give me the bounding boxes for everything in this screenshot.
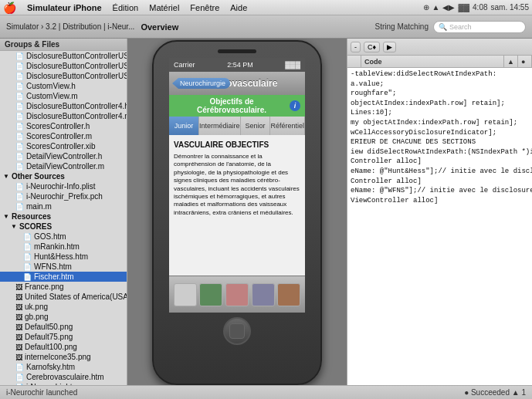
iphone-status-bar: Carrier 2:54 PM ▓▓▓ (169, 58, 305, 72)
list-item[interactable]: 📄DisclosureButtonController4.h (0, 101, 127, 111)
file-icon: 📄 (15, 83, 24, 90)
triangle-icon: ▼ (11, 223, 17, 230)
tab-icon-2[interactable] (199, 283, 222, 306)
list-item[interactable]: 📄main.m (0, 201, 127, 211)
list-item[interactable]: 🖼interneIcone35.png (0, 352, 127, 362)
code-area: -tableView:didSelectRowAtIndexPath: a.va… (347, 68, 532, 385)
list-item[interactable]: 📄DisclosureButtonControllerUS3.h (0, 61, 127, 71)
menu-simulator[interactable]: Simulateur iPhone (22, 2, 107, 13)
list-item[interactable]: 📄DetailViewController.h (0, 151, 127, 161)
list-item[interactable]: 📄mRankin.htm (0, 242, 127, 252)
iphone-back-button[interactable]: Neurochirurgie (172, 78, 230, 89)
list-item[interactable]: 🖼United States of America(USA).png (0, 292, 127, 302)
battery-icon: ▓▓ (458, 3, 469, 12)
list-item[interactable]: 📄Cerebrovasculaire.htm (0, 372, 127, 382)
list-item[interactable]: 📄ScoresController.m (0, 131, 127, 141)
list-item[interactable]: 📄i-Neurochir_Prefix.pch (0, 191, 127, 201)
list-item[interactable]: 🖼France.png (0, 282, 127, 292)
list-item[interactable]: 🖼gb.png (0, 312, 127, 322)
carrier-label: Carrier (174, 61, 195, 69)
list-item[interactable]: 📄CustomView.h (0, 81, 127, 91)
right-panel: - C♦ ▶ Code ▲ ● -tableView:didSelectRowA… (347, 39, 532, 385)
overview-label: Overview (141, 22, 178, 32)
toolbar-right: String Matching 🔍 Search (375, 21, 526, 33)
tab-senior[interactable]: Senior (241, 117, 271, 135)
file-icon: 📄 (15, 163, 24, 171)
list-item[interactable]: 📄Karnofsky.htm (0, 362, 127, 372)
list-item[interactable]: 🖼Default75.png (0, 332, 127, 342)
tab-icon-4[interactable] (252, 283, 275, 306)
list-item[interactable]: 🖼Default100.png (0, 342, 127, 352)
file-icon: 📄 (15, 193, 24, 201)
file-icon: 🖼 (15, 353, 22, 361)
code-line: objectAtIndex:indexPath.row] retain]; (351, 99, 529, 109)
file-icon: 🖼 (15, 333, 22, 341)
search-icon: 🔍 (439, 23, 447, 31)
list-item[interactable]: 📄DisclosureButtonController4.m (0, 111, 127, 121)
tab-icon-3[interactable] (225, 283, 249, 306)
info-icon[interactable]: i (290, 100, 300, 111)
menu-aide[interactable]: Aide (225, 2, 252, 13)
content-body: Démontrer la connaissance et la compréhe… (174, 153, 300, 217)
list-item[interactable]: 📄DisclosureButtonControllerUS3.m (0, 71, 127, 81)
play-button[interactable]: ▶ (383, 42, 396, 52)
code-line: my objectAtIndex:indexPath.row] retain]; (351, 118, 529, 128)
menu-bar: 🍎 Simulateur iPhone Édition Matériel Fen… (0, 0, 532, 15)
tab-icon-1[interactable] (174, 283, 197, 306)
list-item[interactable]: 🖼uk.png (0, 302, 127, 312)
iphone-green-bar: Objectifs de Cérébrovasculaire. i (169, 95, 305, 117)
status-left: i-Neurochir launched (6, 388, 77, 397)
search-input[interactable]: 🔍 Search (433, 21, 526, 33)
tab-referentiel[interactable]: Référentiel (270, 117, 305, 135)
code-line: iew didSelectRowAtIndexPath:(NSIndexPath… (351, 147, 529, 157)
file-icon: 📄 (15, 103, 24, 110)
file-icon: 📄 (23, 243, 32, 251)
home-button[interactable] (223, 317, 251, 345)
tab-intermediaire[interactable]: Intermédiaire (199, 117, 241, 135)
sidebar: Groups & Files 📄DisclosureButtonControll… (0, 39, 127, 385)
menubar-right: ⊕ ▲ ◀▶ ▓▓ 4:08 sam. 14:55 (423, 3, 529, 12)
apple-menu[interactable]: 🍎 (3, 2, 16, 14)
code-line: eName: @"WFNS"];// initie avec le disclo… (351, 186, 529, 196)
file-icon: 📄 (15, 133, 24, 140)
triangle-icon: ▼ (3, 173, 9, 180)
sidebar-group-scores[interactable]: ▼ SCORES (0, 221, 127, 232)
tab-icon-5[interactable] (277, 283, 300, 306)
col-header-1 (347, 56, 361, 67)
iphone-device: Carrier 2:54 PM ▓▓▓ Neurochirurgie Céréb… (152, 40, 322, 385)
main-area: Simulator › 3.2 | Distribution | i-Neur.… (0, 15, 532, 399)
code-line: eName: @"Hunt&Hess"];// initie avec le d… (351, 167, 529, 177)
col-header-dot[interactable]: ● (518, 56, 532, 67)
home-button-inner (229, 323, 245, 339)
code-line: Lines:10]; (351, 108, 529, 118)
minus-button[interactable]: - (351, 42, 361, 52)
iphone-tab-bar (169, 276, 305, 313)
date-display: sam. 14:55 (491, 3, 529, 12)
file-icon: 🖼 (15, 313, 22, 321)
list-item[interactable]: 📄Hunt&Hess.htm (0, 252, 127, 262)
list-item[interactable]: 📄i-Neurochir-Info.plist (0, 181, 127, 191)
content-title: VASCULAIRE OBJECTIFS (174, 140, 300, 150)
c-button[interactable]: C♦ (364, 42, 380, 52)
col-header-sort[interactable]: ▲ (504, 56, 518, 67)
tab-junior[interactable]: Junior (169, 117, 199, 135)
list-item[interactable]: 📄WFNS.htm (0, 262, 127, 272)
file-icon: 📄 (23, 253, 32, 261)
list-item[interactable]: 📄DisclosureButtonControllerUS2.m (0, 51, 127, 61)
file-icon: 📄 (15, 113, 24, 120)
sidebar-group-other-sources[interactable]: ▼ Other Sources (0, 171, 127, 181)
code-line: a.value; (351, 79, 529, 90)
list-item[interactable]: 📄DetailViewController.m (0, 161, 127, 171)
menu-edition[interactable]: Édition (108, 2, 144, 13)
phone-area: Carrier 2:54 PM ▓▓▓ Neurochirurgie Céréb… (127, 39, 347, 385)
list-item[interactable]: 📄ScoresController.h (0, 121, 127, 131)
list-item[interactable]: 📄CustomView.m (0, 91, 127, 101)
wifi-icon: ▲ (432, 3, 440, 12)
list-item[interactable]: 📄GOS.htm (0, 232, 127, 242)
list-item[interactable]: 🖼Default50.png (0, 322, 127, 332)
menu-materiel[interactable]: Matériel (144, 2, 184, 13)
sidebar-group-resources[interactable]: ▼ Resources (0, 211, 127, 221)
menu-fenetre[interactable]: Fenêtre (185, 2, 224, 13)
list-item-selected[interactable]: 📄Fischer.htm (0, 272, 127, 282)
list-item[interactable]: 📄ScoresController.xib (0, 141, 127, 151)
